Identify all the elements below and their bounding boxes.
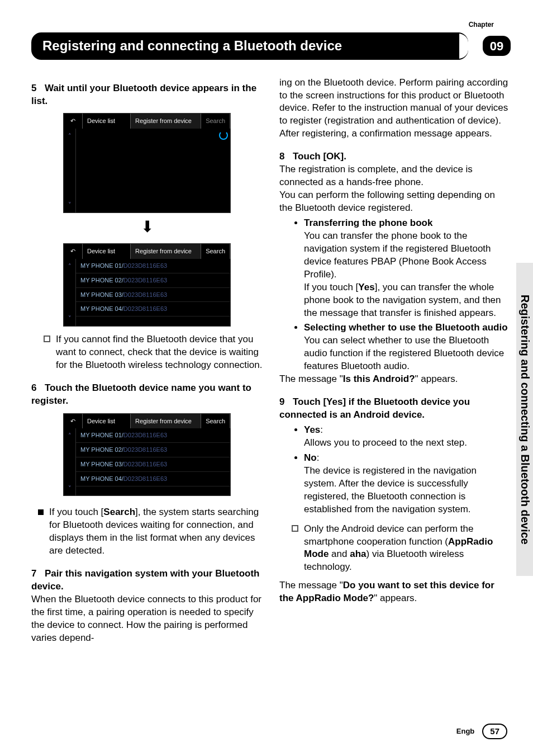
device-list-screenshot-empty: ↶ Device list Register from device Searc… — [63, 113, 231, 213]
step-number: 5 — [31, 82, 45, 95]
list-item[interactable]: MY PHONE 04/D023D8116E63 — [76, 472, 230, 486]
chevron-down-icon[interactable]: ˅ — [68, 201, 72, 209]
list-item[interactable]: MY PHONE 01/D023D8116E63 — [76, 259, 230, 273]
device-name: MY PHONE 01/ — [80, 432, 123, 438]
scroll-bar[interactable]: ˄˅ — [64, 428, 76, 495]
android-only-note: Only the Android device can perform the … — [279, 523, 511, 574]
yes-bold: Yes — [358, 282, 374, 292]
device-name: MY PHONE 04/ — [80, 305, 123, 312]
chevron-up-icon[interactable]: ˄ — [68, 132, 72, 140]
sub-title: Transferring the phone book — [304, 217, 511, 230]
list-item[interactable]: MY PHONE 04/D023D8116E63 — [76, 302, 230, 316]
device-list-screenshot-populated: ↶ Device list Register from device Searc… — [63, 243, 231, 327]
step-7-heading: 7Pair this navigation system with your B… — [31, 568, 263, 593]
yes-label: Yes — [304, 424, 320, 435]
chevron-down-icon[interactable]: ˅ — [68, 314, 72, 323]
step-7-body: When the Bluetooth device connects to th… — [31, 593, 263, 645]
note-text: Only the Android device can perform the … — [304, 523, 511, 574]
back-icon[interactable]: ↶ — [64, 114, 83, 129]
sub-item-bt-audio: Selecting whether to use the Bluetooth a… — [304, 322, 511, 373]
device-name: MY PHONE 01/ — [80, 262, 123, 269]
step-8-sublist: Transferring the phone book You can tran… — [279, 217, 511, 373]
text: The message " — [279, 374, 343, 384]
list-item[interactable]: MY PHONE 02/D023D8116E63 — [76, 273, 230, 288]
step-number: 6 — [31, 382, 45, 395]
back-icon[interactable]: ↶ — [64, 414, 83, 429]
device-list-label: Device list — [83, 244, 131, 259]
device-list-label: Device list — [83, 414, 131, 429]
aha-bold: aha — [350, 549, 366, 559]
side-tab: Registering and connecting a Bluetooth d… — [516, 263, 533, 576]
device-name: MY PHONE 02/ — [80, 277, 123, 284]
no-item: No: The device is registered in the navi… — [304, 452, 511, 516]
arrow-down-icon: ⬇ — [31, 216, 263, 238]
device-name: MY PHONE 02/ — [80, 446, 123, 453]
sub-item-transfer: Transferring the phone book You can tran… — [304, 217, 511, 320]
list-item[interactable]: MY PHONE 03/D023D8116E63 — [76, 288, 230, 303]
sub-title: Selecting whether to use the Bluetooth a… — [304, 322, 511, 334]
step-8-heading: 8Touch [OK]. — [279, 150, 511, 163]
scroll-bar[interactable]: ˄˅ — [64, 259, 76, 326]
page-number: 57 — [482, 724, 507, 739]
text: " appears. — [374, 593, 417, 603]
device-name: MY PHONE 03/ — [80, 291, 123, 298]
note-text: If you touch [Search], the system starts… — [49, 506, 263, 557]
text: If you touch [ — [304, 282, 358, 292]
search-button[interactable]: Search — [201, 244, 230, 259]
right-column: ing on the Bluetooth device. Perform pai… — [279, 77, 511, 645]
chapter-label: Chapter — [31, 20, 511, 29]
step-text: Touch [OK]. — [293, 151, 346, 162]
search-label-bold: Search — [103, 507, 135, 517]
search-button[interactable]: Search — [201, 414, 230, 429]
step-8-body-1: The registration is complete, and the de… — [279, 163, 511, 189]
list-item[interactable]: MY PHONE 02/D023D8116E63 — [76, 443, 230, 457]
chevron-up-icon[interactable]: ˄ — [68, 262, 72, 271]
back-icon[interactable]: ↶ — [64, 244, 83, 259]
search-button[interactable]: Search — [201, 114, 230, 129]
text: If you touch [ — [49, 507, 103, 517]
step-9-yesno: Yes: Allows you to proceed to the next s… — [279, 424, 511, 516]
device-list-screenshot-select: ↶ Device list Register from device Searc… — [63, 413, 231, 497]
step-9-heading: 9Touch [Yes] if the Bluetooth device you… — [279, 396, 511, 422]
side-tab-label: Registering and connecting a Bluetooth d… — [517, 295, 532, 545]
sub-body: You can select whether to use the Blueto… — [304, 334, 511, 373]
no-label: No — [304, 452, 317, 463]
list-item[interactable]: MY PHONE 01/D023D8116E63 — [76, 428, 230, 443]
chapter-number-badge: 09 — [483, 36, 511, 56]
text: " appears. — [415, 374, 458, 384]
step-5-heading: 5Wait until your Bluetooth device appear… — [31, 82, 263, 108]
chevron-up-icon[interactable]: ˄ — [68, 432, 72, 440]
sub-body: You can transfer the phone book to the n… — [304, 230, 511, 281]
device-mac: D023D8116E63 — [123, 432, 167, 438]
register-from-device-button[interactable]: Register from device — [131, 244, 201, 259]
step-number: 7 — [31, 568, 45, 580]
step-text: Pair this navigation system with your Bl… — [31, 568, 259, 592]
step-8-body-2: You can perform the following setting de… — [279, 189, 511, 215]
device-mac: D023D8116E63 — [123, 277, 167, 284]
device-list: MY PHONE 01/D023D8116E63 MY PHONE 02/D02… — [76, 428, 230, 495]
scroll-bar[interactable]: ˄˅ — [64, 129, 76, 212]
register-from-device-button[interactable]: Register from device — [131, 114, 201, 129]
square-bullet-icon — [38, 509, 44, 515]
device-mac: D023D8116E63 — [123, 305, 167, 312]
device-mac: D023D8116E63 — [123, 446, 167, 453]
page-footer: Engb 57 — [456, 724, 507, 739]
step-text: Touch [Yes] if the Bluetooth device you … — [279, 396, 470, 420]
left-column: 5Wait until your Bluetooth device appear… — [31, 77, 263, 645]
register-from-device-button[interactable]: Register from device — [131, 414, 201, 429]
page-title: Registering and connecting a Bluetooth d… — [31, 32, 459, 59]
step-7-continuation: ing on the Bluetooth device. Perform pai… — [279, 77, 511, 141]
yes-body: Allows you to proceed to the next step. — [304, 437, 467, 448]
text: and — [329, 549, 350, 559]
chevron-down-icon[interactable]: ˅ — [68, 484, 72, 493]
title-bar: Registering and connecting a Bluetooth d… — [31, 32, 511, 59]
device-list-label: Device list — [83, 114, 131, 129]
note-icon — [44, 336, 50, 342]
device-mac: D023D8116E63 — [123, 262, 167, 269]
device-mac: D023D8116E63 — [123, 461, 167, 467]
step-6-heading: 6Touch the Bluetooth device name you wan… — [31, 382, 263, 408]
device-list-empty — [76, 129, 230, 212]
sub-body: If you touch [Yes], you can transfer the… — [304, 281, 511, 320]
list-item[interactable]: MY PHONE 03/D023D8116E63 — [76, 457, 230, 472]
device-mac: D023D8116E63 — [123, 291, 167, 298]
